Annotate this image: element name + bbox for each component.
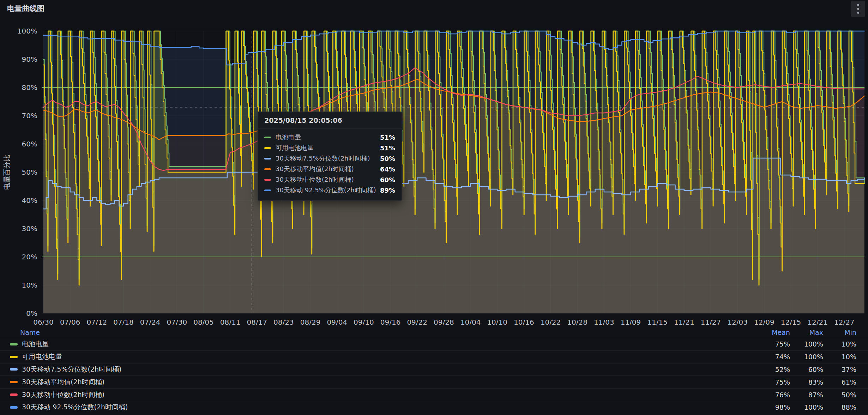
x-axis-tick-label: 09/16 (380, 318, 401, 326)
x-axis-tick-label: 12/21 (807, 318, 828, 326)
x-axis-tick-label: 10/04 (460, 318, 481, 326)
legend-row: 30天移动中位数(2h时间桶) 76% 87% 50% (0, 388, 868, 401)
timeseries-chart[interactable]: 0%10%20%30%40%50%60%70%80%90%100%06/3007… (0, 0, 868, 327)
legend-col-name[interactable]: Name (20, 329, 757, 336)
legend-col-mean[interactable]: Mean (757, 329, 790, 336)
series-fill (43, 31, 864, 313)
series-color-pill-icon (264, 158, 271, 160)
x-axis-tick-label: 08/23 (273, 318, 294, 326)
legend-row: 30天移动平均值(2h时间桶) 75% 83% 61% (0, 375, 868, 388)
legend-row: 电池电量 75% 100% 10% (0, 338, 868, 350)
x-axis-tick-label: 10/10 (487, 318, 507, 326)
tooltip-series-name: 30天移动中位数(2h时间桶) (276, 175, 380, 184)
tooltip-row: 可用电池电量 51% (264, 143, 395, 153)
tooltip-series-name: 30天移动7.5%分位数(2h时间桶) (276, 154, 380, 163)
legend-series-name[interactable]: 30天移动7.5%分位数(2h时间桶) (22, 365, 757, 374)
tooltip-series-value: 50% (380, 155, 395, 162)
series-color-pill-icon (10, 381, 18, 383)
legend-mean-value: 98% (757, 403, 790, 411)
legend-series-name[interactable]: 可用电池电量 (22, 352, 757, 361)
x-axis-tick-label: 09/10 (354, 318, 374, 326)
legend-row: 30天移动7.5%分位数(2h时间桶) 52% 60% 37% (0, 363, 868, 376)
legend-mean-value: 74% (757, 353, 790, 361)
legend-min-value: 37% (823, 366, 856, 373)
y-axis-tick-label: 30% (22, 224, 37, 233)
series-color-pill-icon (264, 147, 271, 149)
legend-min-value: 88% (823, 403, 856, 411)
legend-min-value: 61% (823, 378, 856, 386)
x-axis-tick-label: 08/29 (300, 318, 321, 326)
x-axis-tick-label: 12/27 (834, 318, 855, 326)
legend-row: 可用电池电量 74% 100% 10% (0, 350, 868, 363)
legend-row: 30天移动 92.5%分位数(2h时间桶) 98% 100% 88% (0, 401, 868, 414)
y-axis-tick-label: 0% (26, 309, 37, 318)
y-axis-tick-label: 80% (22, 83, 37, 92)
tooltip-row: 30天移动平均值(2h时间桶) 64% (264, 164, 395, 174)
y-axis-tick-label: 50% (22, 168, 37, 176)
y-axis-title: 电量百分比 (2, 155, 11, 190)
x-axis-tick-label: 08/17 (247, 318, 267, 326)
tooltip-series-name: 可用电池电量 (276, 144, 380, 152)
tooltip-row: 30天移动 92.5%分位数(2h时间桶) 89% (264, 185, 395, 196)
legend-col-min[interactable]: Min (823, 329, 856, 336)
legend-min-value: 50% (823, 391, 856, 399)
x-axis-tick-label: 09/28 (434, 318, 454, 326)
tooltip-series-value: 60% (380, 176, 395, 184)
x-axis-tick-label: 07/12 (86, 318, 107, 326)
series-color-pill-icon (10, 406, 18, 409)
legend-mean-value: 76% (757, 391, 790, 399)
x-axis-tick-label: 08/05 (193, 318, 214, 326)
series-color-pill-icon (10, 356, 18, 358)
series-color-pill-icon (264, 168, 271, 170)
tooltip-series-name: 30天移动平均值(2h时间桶) (276, 165, 380, 173)
x-axis-tick-label: 12/09 (754, 318, 774, 326)
x-axis-tick-label: 11/21 (674, 318, 694, 326)
x-axis-tick-label: 10/16 (514, 318, 534, 326)
legend-series-name[interactable]: 30天移动平均值(2h时间桶) (22, 378, 757, 387)
legend-mean-value: 75% (757, 340, 790, 348)
y-axis-tick-label: 40% (22, 196, 37, 205)
x-axis-tick-label: 11/09 (621, 318, 641, 326)
x-axis-tick-label: 10/22 (541, 318, 561, 326)
y-axis-tick-label: 90% (22, 55, 37, 64)
legend-series-name[interactable]: 电池电量 (22, 339, 757, 349)
legend-max-value: 83% (790, 378, 823, 386)
legend-table: Name Mean Max Min 电池电量 75% 100% 10% 可用电池… (0, 327, 868, 415)
legend-max-value: 87% (790, 391, 823, 399)
x-axis-tick-label: 06/30 (33, 318, 54, 326)
x-axis-tick-label: 10/28 (567, 318, 587, 326)
legend-header-row: Name Mean Max Min (0, 327, 868, 338)
y-axis-tick-label: 20% (22, 253, 37, 261)
x-axis-tick-label: 07/24 (140, 318, 161, 326)
hover-tooltip: 2025/08/15 20:05:06 电池电量 51% 可用电池电量 51% … (258, 112, 402, 201)
legend-mean-value: 52% (757, 366, 790, 373)
series-color-pill-icon (10, 343, 18, 345)
legend-max-value: 100% (790, 353, 823, 361)
tooltip-series-name: 电池电量 (276, 133, 380, 142)
tooltip-row: 30天移动中位数(2h时间桶) 60% (264, 174, 395, 185)
x-axis-tick-label: 07/18 (113, 318, 134, 326)
legend-max-value: 60% (790, 366, 823, 373)
legend-series-name[interactable]: 30天移动 92.5%分位数(2h时间桶) (22, 403, 757, 412)
y-axis-tick-label: 10% (22, 281, 37, 289)
y-axis-tick-label: 100% (17, 27, 37, 35)
x-axis-tick-label: 09/22 (407, 318, 427, 326)
x-axis-tick-label: 11/03 (594, 318, 614, 326)
legend-max-value: 100% (790, 340, 823, 348)
tooltip-series-value: 89% (380, 187, 395, 194)
tooltip-series-value: 51% (380, 134, 395, 141)
tooltip-row: 30天移动7.5%分位数(2h时间桶) 50% (264, 153, 395, 164)
legend-mean-value: 75% (757, 378, 790, 386)
legend-min-value: 10% (823, 353, 856, 361)
tooltip-row: 电池电量 51% (264, 132, 395, 143)
x-axis-tick-label: 07/06 (60, 318, 80, 326)
y-axis-tick-label: 60% (22, 140, 37, 148)
x-axis-tick-label: 12/03 (727, 318, 748, 326)
legend-col-max[interactable]: Max (790, 329, 823, 336)
legend-min-value: 10% (823, 340, 856, 348)
series-color-pill-icon (10, 368, 18, 371)
legend-series-name[interactable]: 30天移动中位数(2h时间桶) (22, 390, 757, 399)
legend-max-value: 100% (790, 403, 823, 411)
tooltip-series-value: 51% (380, 144, 395, 152)
tooltip-series-name: 30天移动 92.5%分位数(2h时间桶) (276, 186, 380, 194)
